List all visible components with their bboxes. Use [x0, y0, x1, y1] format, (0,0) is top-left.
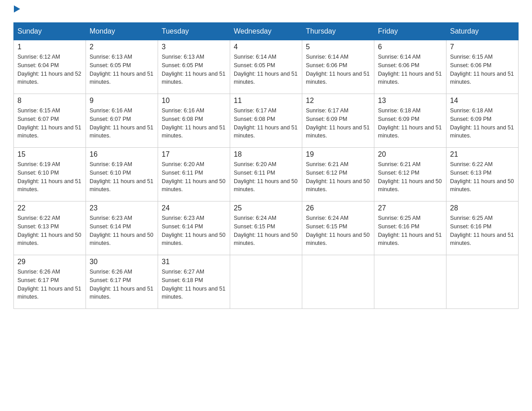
sunset-text: Sunset: 6:10 PM: [17, 170, 59, 176]
calendar-day-cell: [374, 255, 446, 309]
sunrise-text: Sunrise: 6:12 AM: [17, 54, 60, 60]
day-number: 27: [378, 204, 442, 212]
calendar-day-cell: 19 Sunrise: 6:21 AM Sunset: 6:12 PM Dayl…: [302, 148, 374, 201]
day-info: Sunrise: 6:25 AM Sunset: 6:16 PM Dayligh…: [378, 214, 442, 248]
calendar-day-cell: 11 Sunrise: 6:17 AM Sunset: 6:08 PM Dayl…: [230, 94, 302, 148]
sunrise-text: Sunrise: 6:17 AM: [306, 107, 348, 114]
calendar-day-cell: [230, 255, 302, 309]
sunset-text: Sunset: 6:15 PM: [306, 223, 347, 230]
sunset-text: Sunset: 6:16 PM: [378, 223, 419, 230]
calendar-day-cell: 10 Sunrise: 6:16 AM Sunset: 6:08 PM Dayl…: [158, 94, 230, 148]
sunset-text: Sunset: 6:09 PM: [378, 116, 419, 122]
sunrise-text: Sunrise: 6:19 AM: [17, 161, 60, 167]
sunset-text: Sunset: 6:06 PM: [450, 62, 491, 68]
sunset-text: Sunset: 6:08 PM: [162, 116, 203, 122]
sunrise-text: Sunrise: 6:22 AM: [450, 161, 493, 167]
day-info: Sunrise: 6:15 AM Sunset: 6:07 PM Dayligh…: [17, 107, 82, 140]
calendar-week-row: 8 Sunrise: 6:15 AM Sunset: 6:07 PM Dayli…: [14, 94, 519, 148]
daylight-text: Daylight: 11 hours and 51 minutes.: [234, 124, 297, 139]
day-info: Sunrise: 6:15 AM Sunset: 6:06 PM Dayligh…: [450, 53, 515, 86]
daylight-text: Daylight: 11 hours and 51 minutes.: [378, 124, 442, 139]
sunset-text: Sunset: 6:10 PM: [90, 170, 131, 176]
day-info: Sunrise: 6:14 AM Sunset: 6:06 PM Dayligh…: [306, 53, 370, 86]
day-number: 7: [450, 43, 515, 51]
calendar-day-cell: 7 Sunrise: 6:15 AM Sunset: 6:06 PM Dayli…: [446, 40, 519, 94]
column-header-monday: Monday: [86, 23, 158, 40]
daylight-text: Daylight: 11 hours and 51 minutes.: [17, 178, 81, 193]
day-number: 12: [306, 97, 370, 105]
day-number: 26: [306, 204, 370, 212]
daylight-text: Daylight: 11 hours and 50 minutes.: [378, 178, 442, 193]
daylight-text: Daylight: 11 hours and 51 minutes.: [90, 124, 153, 139]
day-number: 24: [162, 204, 226, 212]
sunset-text: Sunset: 6:05 PM: [234, 62, 275, 68]
day-number: 1: [17, 43, 82, 51]
sunrise-text: Sunrise: 6:26 AM: [17, 269, 60, 275]
day-info: Sunrise: 6:22 AM Sunset: 6:13 PM Dayligh…: [17, 214, 82, 248]
calendar-week-row: 29 Sunrise: 6:26 AM Sunset: 6:17 PM Dayl…: [14, 255, 519, 309]
sunrise-text: Sunrise: 6:26 AM: [90, 269, 132, 275]
calendar-day-cell: 6 Sunrise: 6:14 AM Sunset: 6:06 PM Dayli…: [374, 40, 446, 94]
sunrise-text: Sunrise: 6:22 AM: [17, 215, 60, 221]
sunset-text: Sunset: 6:16 PM: [450, 223, 491, 230]
day-number: 30: [90, 258, 154, 266]
daylight-text: Daylight: 11 hours and 51 minutes.: [17, 124, 81, 139]
sunrise-text: Sunrise: 6:13 AM: [162, 54, 204, 60]
sunrise-text: Sunrise: 6:18 AM: [378, 107, 420, 114]
sunset-text: Sunset: 6:17 PM: [17, 277, 59, 283]
sunrise-text: Sunrise: 6:13 AM: [90, 54, 132, 60]
calendar-header-row: SundayMondayTuesdayWednesdayThursdayFrid…: [14, 23, 519, 40]
day-info: Sunrise: 6:20 AM Sunset: 6:11 PM Dayligh…: [162, 160, 226, 194]
daylight-text: Daylight: 11 hours and 50 minutes.: [306, 232, 369, 247]
sunrise-text: Sunrise: 6:20 AM: [162, 161, 204, 167]
calendar-day-cell: [302, 255, 374, 309]
day-info: Sunrise: 6:26 AM Sunset: 6:17 PM Dayligh…: [17, 268, 82, 301]
daylight-text: Daylight: 11 hours and 51 minutes.: [378, 71, 442, 86]
sunrise-text: Sunrise: 6:25 AM: [450, 215, 493, 221]
daylight-text: Daylight: 11 hours and 51 minutes.: [450, 71, 514, 86]
day-number: 13: [378, 97, 442, 105]
daylight-text: Daylight: 11 hours and 51 minutes.: [234, 71, 297, 86]
calendar-day-cell: 29 Sunrise: 6:26 AM Sunset: 6:17 PM Dayl…: [14, 255, 86, 309]
day-info: Sunrise: 6:12 AM Sunset: 6:04 PM Dayligh…: [17, 53, 82, 86]
day-number: 6: [378, 43, 442, 51]
day-info: Sunrise: 6:24 AM Sunset: 6:15 PM Dayligh…: [306, 214, 370, 248]
day-number: 3: [162, 43, 226, 51]
calendar-week-row: 15 Sunrise: 6:19 AM Sunset: 6:10 PM Dayl…: [14, 148, 519, 201]
calendar-day-cell: 3 Sunrise: 6:13 AM Sunset: 6:05 PM Dayli…: [158, 40, 230, 94]
calendar-week-row: 22 Sunrise: 6:22 AM Sunset: 6:13 PM Dayl…: [14, 201, 519, 255]
sunrise-text: Sunrise: 6:24 AM: [306, 215, 348, 221]
daylight-text: Daylight: 11 hours and 50 minutes.: [450, 178, 514, 193]
day-number: 17: [162, 150, 226, 158]
day-number: 10: [162, 97, 226, 105]
day-info: Sunrise: 6:16 AM Sunset: 6:08 PM Dayligh…: [162, 107, 226, 140]
calendar-day-cell: [446, 255, 519, 309]
day-info: Sunrise: 6:21 AM Sunset: 6:12 PM Dayligh…: [378, 160, 442, 194]
day-info: Sunrise: 6:22 AM Sunset: 6:13 PM Dayligh…: [450, 160, 515, 194]
daylight-text: Daylight: 11 hours and 50 minutes.: [234, 178, 297, 193]
column-header-tuesday: Tuesday: [158, 23, 230, 40]
sunrise-text: Sunrise: 6:17 AM: [234, 107, 276, 114]
sunrise-text: Sunrise: 6:15 AM: [17, 107, 60, 114]
day-info: Sunrise: 6:23 AM Sunset: 6:14 PM Dayligh…: [90, 214, 154, 248]
daylight-text: Daylight: 11 hours and 51 minutes.: [162, 286, 225, 300]
sunset-text: Sunset: 6:08 PM: [234, 116, 275, 122]
calendar-day-cell: 22 Sunrise: 6:22 AM Sunset: 6:13 PM Dayl…: [14, 201, 86, 255]
calendar-day-cell: 27 Sunrise: 6:25 AM Sunset: 6:16 PM Dayl…: [374, 201, 446, 255]
calendar-day-cell: 1 Sunrise: 6:12 AM Sunset: 6:04 PM Dayli…: [14, 40, 86, 94]
day-number: 22: [17, 204, 82, 212]
sunset-text: Sunset: 6:05 PM: [90, 62, 131, 68]
sunset-text: Sunset: 6:13 PM: [450, 170, 491, 176]
logo-arrow-icon: [14, 5, 20, 13]
daylight-text: Daylight: 11 hours and 50 minutes.: [234, 232, 297, 247]
calendar-day-cell: 16 Sunrise: 6:19 AM Sunset: 6:10 PM Dayl…: [86, 148, 158, 201]
calendar-day-cell: 21 Sunrise: 6:22 AM Sunset: 6:13 PM Dayl…: [446, 148, 519, 201]
column-header-friday: Friday: [374, 23, 446, 40]
day-number: 23: [90, 204, 154, 212]
calendar-day-cell: 25 Sunrise: 6:24 AM Sunset: 6:15 PM Dayl…: [230, 201, 302, 255]
daylight-text: Daylight: 11 hours and 51 minutes.: [90, 178, 153, 193]
calendar-day-cell: 30 Sunrise: 6:26 AM Sunset: 6:17 PM Dayl…: [86, 255, 158, 309]
daylight-text: Daylight: 11 hours and 51 minutes.: [90, 71, 153, 86]
sunrise-text: Sunrise: 6:14 AM: [306, 54, 348, 60]
column-header-wednesday: Wednesday: [230, 23, 302, 40]
